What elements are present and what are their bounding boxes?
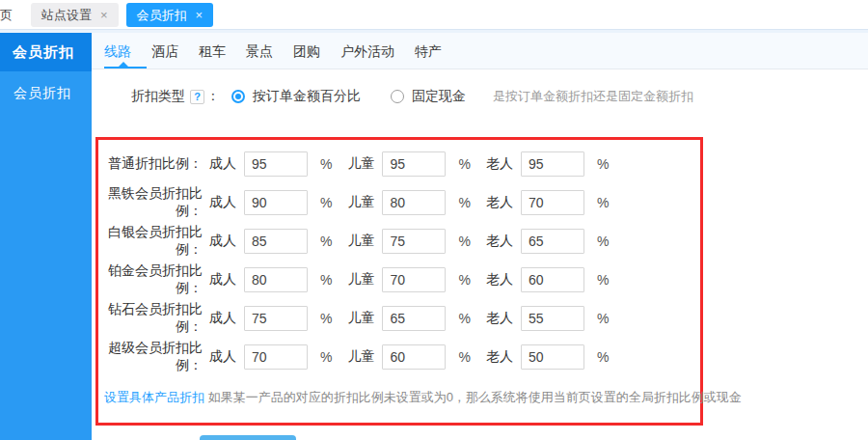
child-label: 儿童 [347, 271, 374, 289]
tab-group-buy[interactable]: 团购 [293, 33, 320, 69]
percent-sign: % [320, 349, 332, 365]
discount-table: 普通折扣比例： 成人 % 儿童 % 老人 % 黑铁会员折扣比例： 成人 [95, 137, 703, 426]
radio-checked-icon[interactable] [231, 90, 245, 103]
discount-type-colon: ： [206, 88, 220, 105]
percent-sign: % [320, 234, 332, 249]
senior-label: 老人 [486, 271, 513, 289]
adult-discount-input[interactable] [244, 151, 308, 177]
radio-percentage-label: 按订单金额百分比 [253, 88, 361, 105]
main-area: 会员折扣 会员折扣 线路 酒店 租车 景点 团购 户外活动 特产 折扣类型 ? … [0, 33, 868, 440]
adult-label: 成人 [209, 271, 236, 289]
child-label: 儿童 [347, 233, 374, 250]
tab-home-label: 首页 [0, 3, 13, 27]
sidebar: 会员折扣 会员折扣 [0, 33, 92, 440]
adult-discount-input[interactable] [244, 229, 308, 254]
adult-discount-input[interactable] [244, 190, 308, 215]
tab-car-rental[interactable]: 租车 [199, 33, 226, 69]
radio-unchecked-icon[interactable] [391, 90, 404, 103]
percent-sign: % [597, 156, 609, 172]
tab-hotel[interactable]: 酒店 [151, 33, 178, 69]
percent-sign: % [320, 195, 332, 210]
table-row-platinum: 铂金会员折扣比例： 成人 % 儿童 % 老人 % [98, 261, 700, 299]
category-tabs: 线路 酒店 租车 景点 团购 户外活动 特产 [92, 33, 868, 69]
percent-sign: % [458, 195, 470, 210]
percent-sign: % [458, 272, 470, 288]
senior-discount-input[interactable] [521, 267, 584, 292]
child-discount-input[interactable] [382, 229, 446, 254]
adult-discount-input[interactable] [244, 306, 308, 331]
senior-discount-input[interactable] [521, 151, 584, 177]
tab-site-settings[interactable]: 站点设置 × [31, 3, 119, 27]
senior-label: 老人 [486, 233, 513, 250]
row-label: 钻石会员折扣比例： [98, 301, 203, 336]
senior-discount-input[interactable] [521, 306, 584, 331]
form-content: 折扣类型 ? ： 按订单金额百分比 固定现金 是按订单金额折扣还是固定金额折扣 [92, 69, 868, 440]
percent-sign: % [597, 349, 609, 365]
percent-sign: % [597, 195, 609, 210]
radio-fixed-cash-option[interactable]: 固定现金 [391, 88, 466, 105]
adult-label: 成人 [209, 310, 236, 327]
tab-home[interactable]: 首页 [0, 3, 23, 27]
child-discount-input[interactable] [382, 151, 446, 177]
child-label: 儿童 [347, 348, 374, 366]
percent-sign: % [320, 156, 332, 172]
table-row-diamond: 钻石会员折扣比例： 成人 % 儿童 % 老人 % [98, 299, 700, 338]
radio-fixed-cash-label: 固定现金 [412, 88, 466, 105]
row-label: 普通折扣比例： [98, 155, 203, 173]
tab-outdoor[interactable]: 户外活动 [340, 33, 394, 69]
close-icon[interactable]: × [196, 9, 203, 21]
senior-discount-input[interactable] [521, 229, 584, 254]
percent-sign: % [458, 234, 470, 249]
member-discount-page: 首页 站点设置 × 会员折扣 × 会员折扣 会员折扣 线路 酒店 租车 景点 团… [0, 0, 868, 440]
tab-attractions[interactable]: 景点 [246, 33, 273, 69]
tab-routes[interactable]: 线路 [104, 33, 131, 69]
child-discount-input[interactable] [382, 190, 446, 215]
percent-sign: % [458, 349, 470, 365]
set-product-discount-link[interactable]: 设置具体产品折扣 [104, 390, 204, 404]
senior-discount-input[interactable] [521, 190, 584, 215]
discount-type-row: 折扣类型 ? ： 按订单金额百分比 固定现金 是按订单金额折扣还是固定金额折扣 [131, 83, 868, 110]
row-label: 超级会员折扣比例： [98, 340, 203, 374]
adult-label: 成人 [209, 348, 236, 366]
child-label: 儿童 [347, 194, 374, 211]
tab-member-discount-label: 会员折扣 [137, 3, 187, 27]
adult-label: 成人 [209, 233, 236, 250]
row-label: 黑铁会员折扣比例： [98, 185, 203, 220]
table-note-text: 如果某一产品的对应的折扣比例未设置或为0，那么系统将使用当前页设置的全局折扣比例… [208, 390, 742, 404]
table-row-super: 超级会员折扣比例： 成人 % 儿童 % 老人 % [98, 338, 700, 376]
sidebar-item-member-discount[interactable]: 会员折扣 [0, 85, 92, 102]
table-note: 设置具体产品折扣 如果某一产品的对应的折扣比例未设置或为0，那么系统将使用当前页… [104, 389, 694, 406]
row-label: 铂金会员折扣比例： [98, 262, 203, 297]
help-icon[interactable]: ? [190, 90, 204, 104]
percent-sign: % [320, 311, 332, 326]
table-row-black-iron: 黑铁会员折扣比例： 成人 % 儿童 % 老人 % [98, 183, 700, 222]
percent-sign: % [458, 156, 470, 172]
tab-member-discount[interactable]: 会员折扣 × [126, 3, 214, 27]
tab-site-settings-label: 站点设置 [41, 3, 92, 27]
senior-discount-input[interactable] [521, 344, 584, 370]
close-icon[interactable]: × [100, 9, 108, 21]
table-row-silver: 白银会员折扣比例： 成人 % 儿童 % 老人 % [98, 222, 700, 261]
content-wrap: 线路 酒店 租车 景点 团购 户外活动 特产 折扣类型 ? ： 按订单金额百分比 [92, 33, 868, 440]
table-row-normal: 普通折扣比例： 成人 % 儿童 % 老人 % [98, 145, 700, 183]
child-discount-input[interactable] [382, 344, 446, 370]
adult-discount-input[interactable] [244, 344, 308, 370]
child-discount-input[interactable] [382, 306, 446, 331]
child-discount-input[interactable] [382, 267, 446, 292]
tab-specialty[interactable]: 特产 [415, 33, 442, 69]
percent-sign: % [597, 311, 609, 326]
percent-sign: % [320, 272, 332, 288]
senior-label: 老人 [486, 194, 513, 211]
sidebar-header-member-discount[interactable]: 会员折扣 [0, 33, 92, 71]
adult-discount-input[interactable] [244, 267, 308, 292]
adult-label: 成人 [209, 155, 236, 173]
radio-percentage-option[interactable]: 按订单金额百分比 [231, 88, 361, 105]
percent-sign: % [458, 311, 470, 326]
adult-label: 成人 [209, 194, 236, 211]
top-tab-bar: 首页 站点设置 × 会员折扣 × [0, 0, 868, 29]
child-label: 儿童 [347, 155, 374, 173]
save-button[interactable]: 保存 [200, 435, 296, 440]
discount-type-label: 折扣类型 [131, 88, 185, 105]
percent-sign: % [597, 272, 609, 288]
row-label: 白银会员折扣比例： [98, 224, 203, 259]
